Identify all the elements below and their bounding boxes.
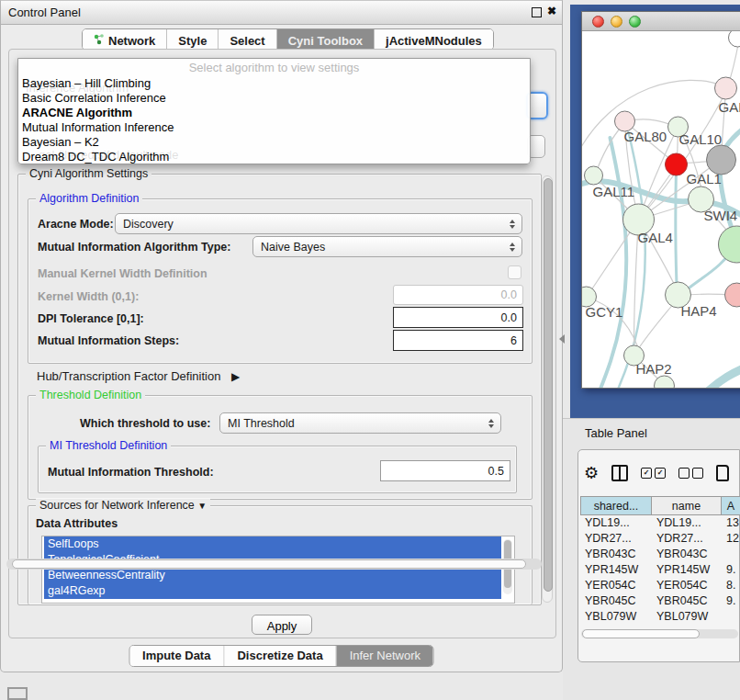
table-row[interactable]: YDR27...YDR27...12 <box>580 531 740 547</box>
tab-select[interactable]: Select <box>219 29 276 50</box>
manual-kernel-checkbox[interactable] <box>508 265 521 279</box>
mi-steps-value: 6 <box>510 334 517 347</box>
table-row[interactable]: YLR345WYLR345W9. <box>580 625 740 626</box>
close-icon[interactable]: ✖ <box>547 5 556 17</box>
node-label: GCY1 <box>586 304 623 320</box>
table-row[interactable]: YBL079WYBL079W <box>580 609 740 625</box>
node-label: GAL11 <box>593 184 635 199</box>
node-selected-red[interactable] <box>666 153 688 175</box>
network-window-titlebar[interactable] <box>582 12 740 31</box>
dropdown-option[interactable]: Bayesian – Hill Climbing <box>18 76 530 91</box>
kernel-width-field[interactable]: 0.0 <box>393 285 523 305</box>
aracne-mode-label: Aracne Mode: <box>38 218 114 231</box>
network-window[interactable]: GAL GAL80 GAL10 GAL1 GAL11 SWI4 GAL4 GCY… <box>581 11 740 389</box>
which-threshold-value: MI Threshold <box>228 417 484 430</box>
network-graph: GAL GAL80 GAL10 GAL1 GAL11 SWI4 GAL4 GCY… <box>582 31 740 388</box>
collapsed-panel-icon[interactable] <box>7 687 28 700</box>
table-row[interactable]: YPR145WYPR145W9. <box>580 562 740 578</box>
float-window-icon[interactable] <box>532 7 542 17</box>
mi-type-value: Naive Bayes <box>261 241 505 254</box>
mi-steps-field[interactable]: 6 <box>393 330 523 351</box>
mi-steps-label: Mutual Information Steps: <box>38 334 179 347</box>
apply-button[interactable]: Apply <box>252 615 312 635</box>
sources-title-text: Sources for Network Inference <box>39 499 195 512</box>
control-panel-title: Control Panel <box>8 6 81 19</box>
split-pane-handle[interactable] <box>559 334 565 344</box>
data-attributes-list[interactable]: SelfLoops TopologicalCoefficient Between… <box>41 536 515 604</box>
tab-infer-network[interactable]: Infer Network <box>337 646 433 666</box>
control-panel-tabstrip: Network Style Select Cyni Toolbox jActiv… <box>82 28 494 51</box>
mi-threshold-field[interactable]: 0.5 <box>380 460 510 481</box>
node-label: GAL1 <box>687 171 722 186</box>
stepper-arrows-icon <box>505 243 521 252</box>
table-panel-section: Table Panel ⚙ ✓✓ shared... name A YDL19.… <box>563 418 740 700</box>
which-threshold-combobox[interactable]: MI Threshold <box>219 412 501 434</box>
settings-vertical-scrollbar[interactable] <box>542 175 553 603</box>
hub-definition-label: Hub/Transcription Factor Definition <box>37 369 220 383</box>
table-row[interactable]: YBR043CYBR043C <box>580 547 740 562</box>
tab-label: Network <box>108 34 155 48</box>
node-table: shared... name A YDL19...YDL19...13 YDR2… <box>580 496 740 626</box>
node-label: HAP4 <box>681 303 717 319</box>
dpi-tolerance-label: DPI Tolerance [0,1]: <box>38 312 144 325</box>
node-rose[interactable] <box>725 283 740 307</box>
node-label: GAL4 <box>638 230 673 245</box>
dropdown-option[interactable]: Mutual Information Inference <box>18 120 530 135</box>
threshold-definition-title: Threshold Definition <box>36 389 145 401</box>
node-bright-green[interactable] <box>719 226 740 263</box>
node-gal[interactable] <box>715 77 737 99</box>
column-header-name[interactable]: name <box>652 496 722 515</box>
select-all-columns-icon[interactable]: ✓✓ <box>641 468 666 479</box>
node-unlabeled[interactable] <box>729 31 740 47</box>
node-label: GAL10 <box>679 131 723 147</box>
dropdown-option[interactable]: Bayesian – K2 <box>18 135 530 150</box>
split-columns-icon[interactable] <box>611 465 628 481</box>
dpi-tolerance-field[interactable]: 0.0 <box>393 307 523 328</box>
threshold-definition-group: Threshold Definition Which threshold to … <box>28 395 533 500</box>
sources-group-title[interactable]: Sources for Network Inference ▼ <box>36 499 210 512</box>
tab-impute-data[interactable]: Impute Data <box>129 646 224 666</box>
mi-type-combobox[interactable]: Naive Bayes <box>252 236 522 257</box>
gear-icon[interactable]: ⚙ <box>584 465 599 481</box>
tab-jactivemnodules[interactable]: jActiveMNodules <box>375 29 493 50</box>
tab-network[interactable]: Network <box>83 29 167 50</box>
list-item[interactable]: gal4RGexp <box>44 583 501 599</box>
hub-definition-toggle[interactable]: Hub/Transcription Factor Definition ▶ <box>37 369 240 383</box>
node-gal11[interactable] <box>585 166 603 185</box>
which-threshold-label: Which threshold to use: <box>80 417 210 430</box>
table-row[interactable]: YDL19...YDL19...13 <box>580 515 740 531</box>
control-panel-window: Control Panel ✖ Network Style Select Cyn… <box>0 0 563 672</box>
chevron-right-icon: ▶ <box>231 370 240 383</box>
chevron-down-icon: ▼ <box>197 501 207 511</box>
minimize-traffic-light-icon[interactable] <box>611 16 622 28</box>
tab-cyni-toolbox[interactable]: Cyni Toolbox <box>277 29 375 50</box>
table-row[interactable]: YER054CYER054C8. <box>580 578 740 593</box>
column-header-clipped[interactable]: A <box>722 496 740 515</box>
new-table-icon[interactable] <box>716 465 729 481</box>
table-row[interactable]: YBR045CYBR045C9. <box>580 593 740 609</box>
close-traffic-light-icon[interactable] <box>592 16 604 28</box>
dropdown-option[interactable]: Dream8 DC_TDC Algorithm <box>18 150 530 164</box>
aracne-mode-combobox[interactable]: Discovery <box>115 213 522 234</box>
tab-style[interactable]: Style <box>167 29 219 50</box>
dropdown-option-selected[interactable]: ARACNE Algorithm <box>18 106 530 120</box>
bottom-tabstrip: Impute Data Discretize Data Infer Networ… <box>129 645 434 667</box>
control-panel-titlebar[interactable]: Control Panel ✖ <box>1 1 562 25</box>
mi-threshold-group-title: MI Threshold Definition <box>46 439 171 452</box>
kernel-width-value: 0.0 <box>501 288 517 301</box>
dropdown-option[interactable]: Basic Correlation Inference <box>18 91 530 106</box>
tab-discretize-data[interactable]: Discretize Data <box>224 646 336 666</box>
zoom-traffic-light-icon[interactable] <box>629 16 641 28</box>
network-desktop-background: GAL GAL80 GAL10 GAL1 GAL11 SWI4 GAL4 GCY… <box>570 5 740 418</box>
tab-label: jActiveMNodules <box>386 34 482 48</box>
deselect-all-columns-icon[interactable] <box>678 468 703 479</box>
node-label: GAL <box>719 99 740 115</box>
mi-threshold-group: MI Threshold Definition Mutual Informati… <box>38 446 517 493</box>
list-item[interactable]: BetweennessCentrality <box>44 568 501 583</box>
column-header-shared-name[interactable]: shared... <box>580 496 652 515</box>
network-canvas[interactable]: GAL GAL80 GAL10 GAL1 GAL11 SWI4 GAL4 GCY… <box>582 31 740 388</box>
data-attributes-label: Data Attributes <box>36 517 118 530</box>
list-item[interactable]: SelfLoops <box>44 536 501 552</box>
table-horizontal-scrollbar[interactable] <box>581 629 738 638</box>
settings-horizontal-scrollbar[interactable] <box>6 559 542 570</box>
